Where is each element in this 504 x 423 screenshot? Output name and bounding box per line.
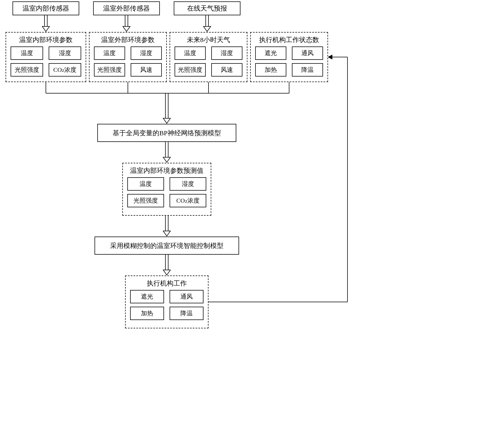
- cell-internal-humidity: 湿度: [49, 46, 81, 60]
- group-predicted-title: 温室内部环境参数预测值: [123, 166, 211, 175]
- cell-forecast-light: 光照强度: [175, 63, 206, 77]
- cell-internal-temp: 温度: [11, 46, 43, 60]
- arrow-bp-to-predicted: [164, 142, 170, 164]
- svg-marker-19: [163, 157, 170, 162]
- cell-internal-co2: CO₂浓度: [49, 63, 81, 77]
- label-internal-sensor: 温室内部传感器: [23, 4, 69, 13]
- cell-external-wind: 风速: [131, 63, 162, 77]
- box-online-forecast: 在线天气预报: [174, 1, 240, 15]
- group-external-title: 温室外部环境参数: [90, 35, 166, 44]
- arrow-internal: [43, 15, 49, 32]
- cell-work-heat: 加热: [130, 307, 164, 320]
- svg-marker-29: [328, 55, 332, 59]
- label-bp-model: 基于全局变量的BP神经网络预测模型: [113, 129, 221, 137]
- cell-forecast-temp: 温度: [175, 46, 206, 60]
- cell-pred-light: 光照强度: [127, 194, 164, 207]
- svg-marker-8: [203, 26, 211, 31]
- cell-work-shade: 遮光: [130, 290, 164, 303]
- arrow-external: [124, 15, 129, 32]
- cell-external-temp: 温度: [94, 46, 125, 60]
- svg-marker-22: [163, 231, 170, 236]
- svg-marker-16: [163, 118, 170, 123]
- feedback-loop: [208, 53, 353, 303]
- svg-marker-5: [123, 26, 130, 31]
- cell-external-light: 光照强度: [94, 63, 125, 77]
- group-actuator-work-title: 执行机构工作: [126, 279, 208, 288]
- group-external-params: 温室外部环境参数 温度 湿度 光照强度 风速: [89, 32, 167, 82]
- group-actuator-state-title: 执行机构工作状态数: [251, 35, 327, 44]
- cell-external-humidity: 湿度: [131, 46, 162, 60]
- arrow-forecast: [204, 15, 210, 32]
- cell-pred-temp: 温度: [127, 177, 164, 191]
- cell-pred-co2: CO₂浓度: [170, 194, 206, 207]
- group-internal-title: 温室内部环境参数: [6, 35, 86, 44]
- label-external-sensor: 温室外部传感器: [103, 4, 150, 13]
- group-actuator-work: 执行机构工作 遮光 通风 加热 降温: [125, 276, 208, 328]
- group-predicted: 温室内部环境参数预测值 温度 湿度 光照强度 CO₂浓度: [122, 163, 211, 216]
- arrow-predicted-to-fuzzy: [164, 216, 170, 238]
- arrow-fuzzy-to-work: [164, 255, 170, 277]
- label-fuzzy-model: 采用模糊控制的温室环境智能控制模型: [110, 241, 224, 250]
- svg-marker-25: [163, 270, 170, 275]
- cell-work-cool: 降温: [170, 307, 203, 320]
- cell-pred-humidity: 湿度: [170, 177, 206, 191]
- cell-work-vent: 通风: [170, 290, 203, 303]
- cell-internal-light: 光照强度: [11, 63, 43, 77]
- group-internal-params: 温室内部环境参数 温度 湿度 光照强度 CO₂浓度: [6, 32, 86, 82]
- box-external-sensor: 温室外部传感器: [93, 1, 160, 15]
- group-forecast-title: 未来8小时天气: [170, 35, 247, 44]
- label-online-forecast: 在线天气预报: [187, 4, 227, 13]
- svg-marker-2: [42, 26, 49, 31]
- box-internal-sensor: 温室内部传感器: [13, 1, 79, 15]
